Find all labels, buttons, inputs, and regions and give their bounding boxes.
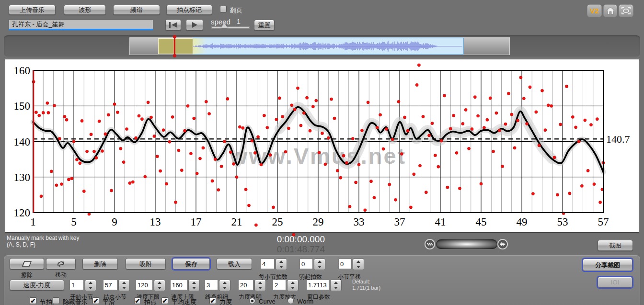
smooth-checkbox[interactable]: ✔ [92,297,99,304]
tempo-min-input[interactable] [136,280,153,290]
curve-radio-label: Curve [259,298,276,305]
spinner-down-button[interactable] [276,264,287,270]
v2-badge[interactable]: V2 [587,4,602,17]
beats-per-bar-input[interactable] [260,259,275,269]
smooth-label: 平滑 [103,298,115,305]
screenshot-button[interactable]: 截图 [598,240,633,251]
curve-radio[interactable] [249,298,255,304]
pickup-beats-input[interactable] [299,259,313,269]
tab-spectrum[interactable]: 频谱 [113,5,160,15]
waveform-overview[interactable] [129,37,510,55]
dynamics-scale-input[interactable] [273,280,286,290]
svg-text:45: 45 [476,216,487,228]
line-width-input[interactable] [205,280,218,290]
ioi-button[interactable]: IOI [598,277,632,288]
vmus-app-window: 上传音乐 波形 频谱 拍点标记 翻页 speed 1 重置 V2 [0,0,644,305]
pickup-beats-spinner [314,259,325,270]
spinner-down-button[interactable] [331,285,341,291]
svg-text:29: 29 [313,216,324,228]
spinner-down-button[interactable] [353,264,364,270]
spinner-up-button[interactable] [189,280,199,285]
dynamics-opacity-input[interactable] [238,280,253,290]
skip-to-start-button[interactable] [165,19,181,31]
end-bar-input[interactable] [103,280,117,290]
speed-slider-track[interactable] [211,26,250,29]
start-bar-input[interactable] [69,280,84,290]
speed-slider-thumb[interactable] [221,23,228,28]
eraser-icon [22,260,32,268]
spinner-up-button[interactable] [288,280,298,285]
tempo-chart-panel: www.Vmus.net1201301401501601591317212529… [5,59,639,233]
flip-page-checkbox[interactable] [220,6,227,12]
tempo-dynamics-mode-button[interactable]: 速度-力度 [10,280,64,291]
overview-playhead-top-handle[interactable] [173,35,176,38]
fullscreen-button[interactable] [619,4,633,17]
delete-button[interactable]: 删除 [82,258,118,270]
spinner-down-button[interactable] [85,285,96,291]
spinner-down-button[interactable] [255,285,265,291]
waveform-graphic [193,38,464,55]
snap-button[interactable]: 吸附 [126,258,166,270]
spinner-down-button[interactable] [314,264,325,270]
song-title-input[interactable] [9,19,153,30]
beat-key-hint-line2: (A, S, D, F) [7,241,35,248]
time-total: 0:01:48.774 [259,244,325,255]
spinner-down-button[interactable] [154,285,165,291]
tab-waveform[interactable]: 波形 [64,5,106,15]
svg-text:140: 140 [14,136,31,148]
bar-shift-input[interactable] [338,259,352,269]
beat-points-checkbox[interactable]: ✔ [134,297,141,304]
tempo-max-input[interactable] [170,280,187,290]
volume-min-button[interactable] [425,239,435,249]
svg-text:17: 17 [191,216,202,228]
save-button[interactable]: 保存 [172,258,210,270]
average-tempo-checkbox[interactable]: ✔ [161,297,168,304]
small-wave-icon [426,241,433,247]
spinner-up-button[interactable] [331,280,341,285]
dynamics-opacity-spinner [254,280,266,291]
spinner-up-button[interactable] [154,280,165,285]
worm-radio[interactable] [288,298,294,304]
svg-text:41: 41 [435,216,446,228]
overview-playhead-bottom-handle[interactable] [173,54,176,57]
load-button[interactable]: 载入 [217,258,252,270]
home-button[interactable] [603,4,617,17]
move-tool-button[interactable] [46,258,76,270]
spinner-up-button[interactable] [85,280,96,285]
tab-beat-marks[interactable]: 拍点标记 [166,5,212,15]
window-param-input[interactable] [306,280,329,290]
spinner-down-button[interactable] [119,285,129,291]
time-current: 0:00:00.000 [259,234,325,245]
selection-window[interactable] [158,38,193,54]
tempo-chart[interactable]: www.Vmus.net1201301401501601591317212529… [5,59,639,232]
worm-radio-label: Worm [297,298,313,305]
svg-text:120: 120 [14,207,31,219]
beat-sound-checkbox[interactable]: ✔ [30,297,36,304]
share-screenshot-button[interactable]: 分享截图 [583,259,632,271]
spinner-up-button[interactable] [119,280,129,285]
spinner-down-button[interactable] [219,285,230,291]
overview-playhead[interactable] [174,36,175,56]
volume-max-button[interactable] [497,239,508,249]
spinner-up-button[interactable] [276,259,287,264]
play-icon [191,22,198,28]
hide-music-checkbox[interactable] [53,297,59,304]
hide-music-label: 隐藏音乐 [63,298,88,305]
spinner-up-button[interactable] [314,259,325,264]
spinner-down-button[interactable] [288,285,298,291]
spinner-up-button[interactable] [353,259,364,264]
tab-upload-music[interactable]: 上传音乐 [9,5,56,15]
average-tempo-label: 平均速度 [172,298,196,305]
play-button[interactable] [186,19,203,31]
spinner-up-button[interactable] [255,280,265,285]
erase-tool-button[interactable] [10,258,44,270]
default-note-line2: 1.711(1 bar) [352,285,380,291]
spinner-down-button[interactable] [189,285,199,291]
volume-slider[interactable] [436,239,497,249]
spinner-up-button[interactable] [219,280,230,285]
svg-text:150: 150 [14,100,31,112]
home-icon [606,7,615,15]
reset-speed-button[interactable]: 重置 [254,20,275,31]
end-bar-spinner [118,280,130,291]
dynamics-checkbox[interactable]: ✔ [209,297,216,304]
